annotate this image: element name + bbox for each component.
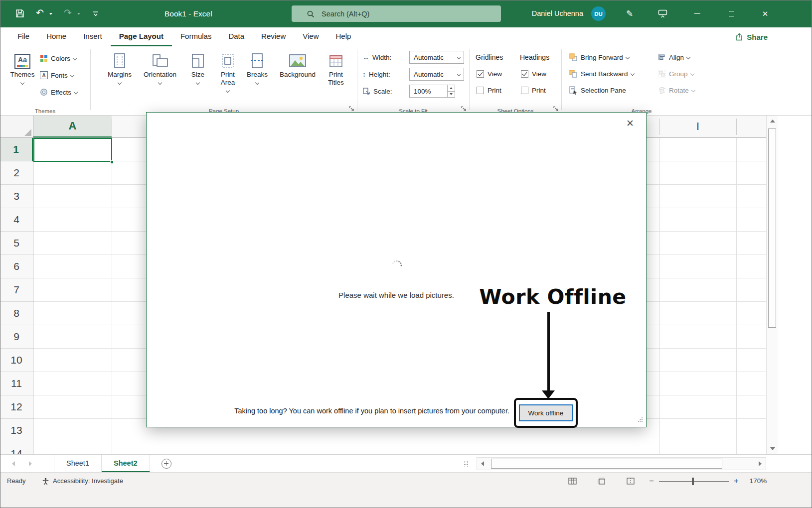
tab-home[interactable]: Home [38, 27, 75, 46]
row-header-13[interactable]: 13 [0, 419, 33, 442]
fonts-button[interactable]: A Fonts [40, 68, 74, 82]
sheet-tab-sheet1[interactable]: Sheet1 [54, 455, 102, 473]
tab-page-layout[interactable]: Page Layout [111, 27, 172, 46]
bring-forward-button[interactable]: Bring Forward [569, 50, 629, 64]
undo-dropdown[interactable] [49, 13, 52, 15]
tab-file[interactable]: File [9, 27, 38, 46]
customize-quick-access-toolbar-button[interactable] [92, 11, 99, 17]
accessibility-status[interactable]: Accessibility: Investigate [42, 473, 123, 490]
gridlines-view-checkbox[interactable]: View [477, 70, 502, 78]
page-layout-view-button[interactable] [595, 475, 608, 487]
horizontal-scrollbar[interactable] [477, 457, 766, 470]
orientation-button[interactable]: Orientation [141, 50, 179, 84]
chevron-down-icon [691, 88, 695, 92]
tab-insert[interactable]: Insert [75, 27, 111, 46]
row-header-7[interactable]: 7 [0, 278, 33, 302]
tab-splitter-handle[interactable] [464, 461, 468, 467]
select-all-corner[interactable] [0, 116, 33, 138]
horizontal-scrollbar-thumb[interactable] [491, 459, 722, 469]
column-header-i[interactable]: I [659, 116, 736, 137]
vertical-scrollbar[interactable] [766, 116, 778, 454]
headings-view-checkbox[interactable]: View [521, 70, 546, 78]
width-select[interactable]: Automatic [409, 51, 464, 64]
sheet-tab-sheet2[interactable]: Sheet2 [102, 455, 150, 473]
print-titles-button[interactable]: Print Titles [321, 50, 351, 87]
tab-help[interactable]: Help [327, 27, 360, 46]
spinner-buttons[interactable] [447, 85, 455, 97]
chevron-down-icon [49, 13, 52, 15]
customize-toolbar-icon [92, 11, 99, 17]
save-button[interactable] [15, 8, 25, 18]
tab-formulas[interactable]: Formulas [172, 27, 220, 46]
row-header-2[interactable]: 2 [0, 161, 33, 185]
scroll-left-button[interactable] [477, 458, 488, 470]
tab-review[interactable]: Review [253, 27, 294, 46]
zoom-level[interactable]: 170% [745, 473, 772, 490]
minimize-button[interactable] [681, 0, 713, 27]
previous-sheet-button[interactable] [6, 455, 21, 473]
tab-view[interactable]: View [294, 27, 327, 46]
colors-button[interactable]: Colors [40, 51, 76, 65]
column-header-a[interactable]: A [33, 116, 112, 137]
work-offline-button[interactable]: Work offline [519, 404, 573, 421]
row-header-6[interactable]: 6 [0, 255, 33, 278]
checkbox-unchecked-icon [521, 87, 528, 94]
print-area-button[interactable]: Print Area [214, 50, 242, 92]
selection-pane-button[interactable]: Selection Pane [569, 83, 626, 97]
send-backward-button[interactable]: Send Backward [569, 67, 634, 81]
size-button[interactable]: Size [183, 50, 213, 84]
print-titles-icon [328, 50, 344, 69]
page-break-preview-button[interactable] [624, 475, 637, 487]
scroll-down-button[interactable] [767, 443, 778, 454]
scroll-up-button[interactable] [767, 116, 778, 127]
scroll-right-button[interactable] [755, 458, 766, 470]
row-header-11[interactable]: 11 [0, 372, 33, 395]
zoom-slider-thumb[interactable] [692, 478, 694, 485]
gridlines-print-checkbox[interactable]: Print [477, 87, 501, 94]
redo-button[interactable]: ↷ [64, 7, 72, 18]
scale-spinner[interactable]: 100% [409, 85, 455, 98]
align-icon [658, 53, 666, 61]
tab-data[interactable]: Data [220, 27, 253, 46]
share-button[interactable]: Share [735, 27, 768, 46]
margins-button[interactable]: Margins [104, 50, 136, 84]
row-header-4[interactable]: 4 [0, 208, 33, 232]
chevron-down-icon [73, 56, 77, 60]
align-button[interactable]: Align [658, 50, 690, 64]
inking-button[interactable]: ✎ [626, 8, 633, 19]
redo-dropdown[interactable] [77, 13, 80, 15]
breaks-button[interactable]: Breaks [243, 50, 271, 84]
resize-grip-icon[interactable] [638, 415, 643, 424]
close-button[interactable]: ✕ [749, 0, 781, 27]
avatar[interactable]: DU [591, 6, 606, 21]
row-header-9[interactable]: 9 [0, 325, 33, 349]
headings-print-checkbox[interactable]: Print [521, 87, 546, 94]
row-header-10[interactable]: 10 [0, 349, 33, 372]
vertical-scrollbar-thumb[interactable] [768, 128, 776, 328]
width-icon: ↔ [362, 53, 369, 61]
background-button[interactable]: Background [278, 50, 318, 79]
effects-button[interactable]: Effects [40, 85, 77, 99]
maximize-button[interactable] [715, 0, 747, 27]
save-icon [15, 8, 25, 18]
search-input[interactable]: Search (Alt+Q) [292, 5, 501, 22]
height-select[interactable]: Automatic [409, 68, 464, 81]
zoom-out-button[interactable]: − [647, 473, 656, 490]
row-header-1[interactable]: 1 [0, 138, 33, 161]
row-header-5[interactable]: 5 [0, 232, 33, 255]
zoom-in-button[interactable]: + [731, 473, 741, 490]
ribbon-display-options-button[interactable] [658, 9, 667, 18]
fill-handle[interactable] [110, 160, 114, 164]
normal-view-button[interactable] [566, 475, 579, 487]
row-header-12[interactable]: 12 [0, 395, 33, 419]
row-header-3[interactable]: 3 [0, 185, 33, 208]
selected-cell-a1[interactable] [33, 138, 112, 162]
zoom-slider-track[interactable] [659, 481, 729, 482]
next-sheet-button[interactable] [23, 455, 38, 473]
themes-button[interactable]: Aa Themes [7, 50, 38, 84]
undo-button[interactable]: ↶ [36, 7, 44, 18]
search-placeholder: Search (Alt+Q) [322, 10, 369, 18]
new-sheet-button[interactable] [162, 459, 171, 469]
dialog-close-button[interactable]: ✕ [626, 118, 634, 129]
row-header-8[interactable]: 8 [0, 302, 33, 325]
